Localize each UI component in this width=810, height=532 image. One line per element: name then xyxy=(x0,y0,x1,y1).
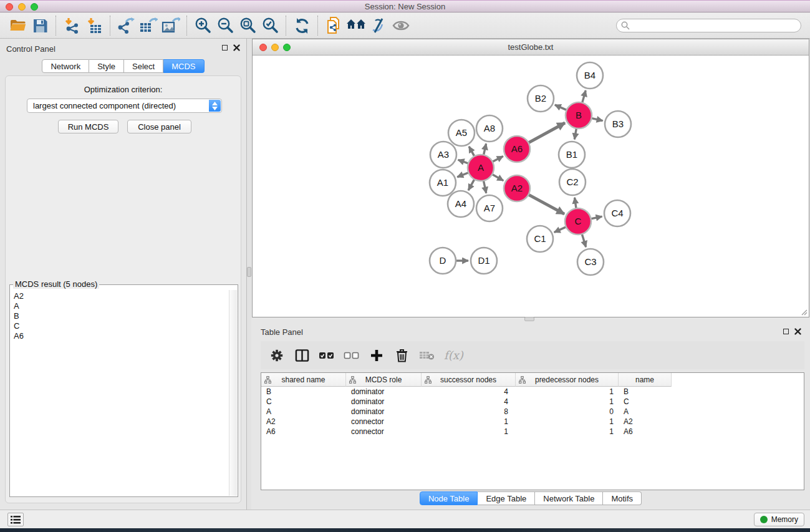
zoom-selected-button[interactable] xyxy=(259,15,281,36)
search-input[interactable] xyxy=(616,19,801,32)
zoom-window-button[interactable] xyxy=(31,3,38,11)
cell-mcds-role[interactable]: connector xyxy=(346,417,422,426)
cell-shared-name[interactable]: A2 xyxy=(261,417,346,426)
graph-node-A1[interactable]: A1 xyxy=(430,170,456,196)
graph-node-B2[interactable]: B2 xyxy=(528,85,554,112)
graph-node-C3[interactable]: C3 xyxy=(577,249,604,275)
optimization-criterion-select[interactable]: largest connected component (directed) xyxy=(27,99,222,113)
graph-node-D1[interactable]: D1 xyxy=(471,248,497,274)
column-header-shared-name[interactable]: shared name xyxy=(261,373,346,387)
graph-node-A4[interactable]: A4 xyxy=(448,191,474,217)
graph-node-B4[interactable]: B4 xyxy=(577,62,603,89)
graph-node-A[interactable]: A xyxy=(468,155,494,181)
minimize-network-button[interactable] xyxy=(271,44,279,51)
graph-node-C4[interactable]: C4 xyxy=(604,200,630,226)
delete-table-button[interactable] xyxy=(415,345,438,366)
function-builder-button[interactable]: f(x) xyxy=(444,349,463,362)
cell-shared-name[interactable]: A xyxy=(261,407,346,416)
graph-node-A7[interactable]: A7 xyxy=(476,195,503,221)
panel-divider[interactable] xyxy=(247,39,251,510)
tab-motifs[interactable]: Motifs xyxy=(603,491,642,505)
tab-style[interactable]: Style xyxy=(89,59,124,73)
close-panel-button[interactable]: Close panel xyxy=(127,120,191,133)
clone-network-button[interactable] xyxy=(322,15,345,36)
float-table-panel-icon[interactable] xyxy=(783,329,789,334)
cell-name[interactable]: B xyxy=(619,387,672,396)
table-row[interactable]: B dominator 4 1 B xyxy=(261,387,804,397)
export-table-button[interactable] xyxy=(137,15,160,36)
cell-successor-nodes[interactable]: 1 xyxy=(422,417,516,426)
divider-grab-handle[interactable] xyxy=(247,267,251,277)
mcds-result-item[interactable]: A2 xyxy=(14,291,24,301)
export-image-button[interactable] xyxy=(160,15,182,36)
toggle-graphics-details-button[interactable] xyxy=(390,15,412,36)
tab-node-table[interactable]: Node Table xyxy=(420,491,478,505)
table-row[interactable]: A dominator 8 0 A xyxy=(261,407,804,417)
cell-shared-name[interactable]: B xyxy=(261,387,346,396)
close-table-panel-icon[interactable] xyxy=(794,328,801,335)
tab-network[interactable]: Network xyxy=(42,59,89,73)
cell-predecessor-nodes[interactable]: 1 xyxy=(516,387,619,396)
cell-successor-nodes[interactable]: 4 xyxy=(422,387,516,396)
cell-mcds-role[interactable]: dominator xyxy=(346,387,422,396)
graph-node-A2[interactable]: A2 xyxy=(504,175,530,201)
open-session-button[interactable] xyxy=(6,15,29,36)
unselect-all-columns-button[interactable] xyxy=(340,345,363,366)
window-resize-grip[interactable] xyxy=(799,307,808,316)
zoom-fit-button[interactable] xyxy=(236,15,259,36)
save-session-button[interactable] xyxy=(29,15,51,36)
memory-status-button[interactable]: Memory xyxy=(754,513,804,526)
show-all-networks-button[interactable] xyxy=(345,15,367,36)
add-column-button[interactable] xyxy=(365,345,388,366)
run-mcds-button[interactable]: Run MCDS xyxy=(58,120,118,133)
cell-successor-nodes[interactable]: 1 xyxy=(422,427,516,436)
cell-successor-nodes[interactable]: 4 xyxy=(422,397,516,406)
refresh-layout-button[interactable] xyxy=(291,15,313,36)
tab-select[interactable]: Select xyxy=(124,59,163,73)
export-network-button[interactable] xyxy=(115,15,137,36)
cell-name[interactable]: C xyxy=(619,397,672,406)
tab-edge-table[interactable]: Edge Table xyxy=(478,491,535,505)
column-header-name[interactable]: name xyxy=(619,373,672,387)
graph-node-B[interactable]: B xyxy=(566,102,592,128)
graph-node-A3[interactable]: A3 xyxy=(430,142,456,168)
app-titlebar[interactable]: Session: New Session xyxy=(0,0,810,12)
graph-node-C[interactable]: C xyxy=(565,208,591,235)
graph-edge-A2-C[interactable] xyxy=(526,193,564,214)
cell-name[interactable]: A2 xyxy=(619,417,672,426)
cell-mcds-role[interactable]: dominator xyxy=(346,397,422,406)
tab-mcds[interactable]: MCDS xyxy=(163,59,204,73)
tab-network-table[interactable]: Network Table xyxy=(535,491,603,505)
result-scrollbar[interactable] xyxy=(229,290,237,496)
close-network-button[interactable] xyxy=(259,44,267,51)
column-header-mcds-role[interactable]: MCDS role xyxy=(346,373,422,387)
minimize-window-button[interactable] xyxy=(18,3,26,11)
horizontal-divider-handle[interactable] xyxy=(524,317,534,321)
table-row[interactable]: C dominator 4 1 C xyxy=(261,397,804,407)
mcds-result-item[interactable]: A6 xyxy=(14,331,24,341)
cell-shared-name[interactable]: A6 xyxy=(261,427,346,436)
graph-node-B1[interactable]: B1 xyxy=(559,142,585,168)
cell-name[interactable]: A xyxy=(619,407,672,416)
cell-predecessor-nodes[interactable]: 0 xyxy=(516,407,619,416)
zoom-in-button[interactable] xyxy=(191,15,214,36)
show-column-button[interactable] xyxy=(291,345,313,366)
network-canvas[interactable]: B4B2BB3A8A5A6A3B1AA1C2A2A4A7C4CC1DD1C3 xyxy=(253,56,809,317)
table-options-button[interactable] xyxy=(266,345,288,366)
graph-node-B3[interactable]: B3 xyxy=(605,111,631,137)
import-network-button[interactable] xyxy=(60,15,83,36)
select-all-columns-button[interactable] xyxy=(316,345,338,366)
task-history-button[interactable] xyxy=(7,513,24,526)
zoom-out-button[interactable] xyxy=(214,15,236,36)
cell-predecessor-nodes[interactable]: 1 xyxy=(516,397,619,406)
cell-predecessor-nodes[interactable]: 1 xyxy=(516,417,619,426)
delete-columns-button[interactable] xyxy=(390,345,413,366)
float-panel-icon[interactable] xyxy=(222,45,228,51)
graph-node-C2[interactable]: C2 xyxy=(559,169,586,195)
graph-node-A5[interactable]: A5 xyxy=(448,120,475,146)
cell-predecessor-nodes[interactable]: 1 xyxy=(516,427,619,436)
zoom-network-button[interactable] xyxy=(283,44,291,51)
network-graph[interactable]: B4B2BB3A8A5A6A3B1AA1C2A2A4A7C4CC1DD1C3 xyxy=(253,56,809,317)
column-header-successor-nodes[interactable]: successor nodes xyxy=(422,373,516,387)
mcds-result-item[interactable]: B xyxy=(14,311,24,321)
